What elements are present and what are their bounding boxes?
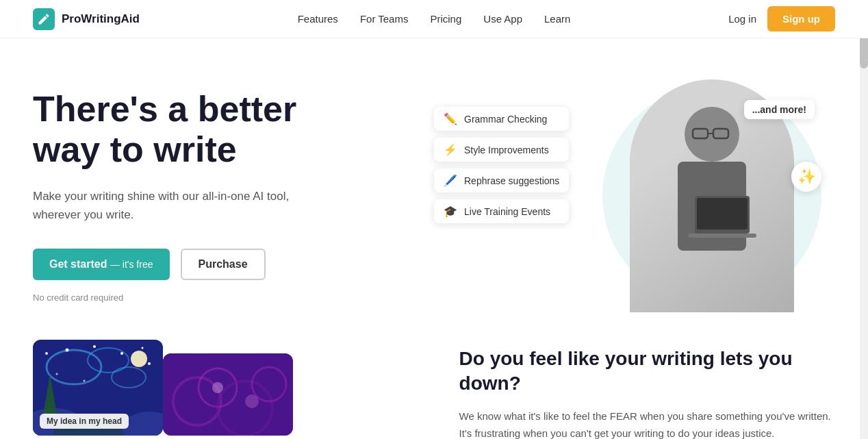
signup-button[interactable]: Sign up <box>767 6 835 32</box>
starry-night-card: My idea in my head <box>33 340 163 436</box>
nav-actions: Log in Sign up <box>728 6 835 32</box>
nav-learn[interactable]: Learn <box>544 13 570 25</box>
hero-buttons: Get started — it's free Purchase <box>33 249 407 280</box>
bottom-section: My idea in my head Do you feel like your… <box>0 340 868 439</box>
grammar-label: Grammar Checking <box>464 114 547 125</box>
rephrase-label: Rephrase suggestions <box>464 175 559 186</box>
nav-links: Features For Teams Pricing Use App Learn <box>298 13 571 25</box>
svg-point-20 <box>131 351 147 367</box>
purchase-button[interactable]: Purchase <box>181 249 266 280</box>
no-credit-text: No credit card required <box>33 292 407 303</box>
svg-point-14 <box>93 345 96 348</box>
feature-pills: ✏️ Grammar Checking ⚡ Style Improvements… <box>434 107 569 223</box>
bottom-images: My idea in my head <box>33 340 418 439</box>
hero-visual: ✏️ Grammar Checking ⚡ Style Improvements… <box>434 79 835 312</box>
nav-pricing[interactable]: Pricing <box>430 13 461 25</box>
bottom-description: We know what it's like to feel the FEAR … <box>459 407 835 439</box>
hero-title: There's a better way to write <box>33 89 407 171</box>
login-button[interactable]: Log in <box>728 13 756 25</box>
nav-features[interactable]: Features <box>298 13 338 25</box>
svg-point-15 <box>120 352 123 355</box>
brand-logo-icon <box>33 8 55 30</box>
svg-point-13 <box>66 349 69 352</box>
hero-subtitle: Make your writing shine with our all-in-… <box>33 187 320 224</box>
bottom-title: Do you feel like your writing lets you d… <box>459 347 835 397</box>
svg-rect-6 <box>697 198 748 229</box>
sparkle-icon: ✨ <box>797 168 816 186</box>
bottom-text: Do you feel like your writing lets you d… <box>459 340 835 439</box>
feature-pill-grammar: ✏️ Grammar Checking <box>434 107 569 131</box>
style-icon: ⚡ <box>444 143 457 156</box>
hero-section: There's a better way to write Make your … <box>0 38 868 340</box>
feature-pill-style: ⚡ Style Improvements <box>434 138 569 162</box>
brand-name: ProWritingAid <box>62 12 140 26</box>
sparkle-badge: ✨ <box>791 162 821 192</box>
svg-point-17 <box>148 362 151 365</box>
svg-rect-7 <box>688 234 756 238</box>
training-label: Live Training Events <box>464 206 550 217</box>
svg-rect-25 <box>163 353 293 436</box>
nav-use-app[interactable]: Use App <box>483 13 522 25</box>
svg-point-18 <box>56 373 58 375</box>
navbar: ProWritingAid Features For Teams Pricing… <box>0 0 868 38</box>
feature-pill-training: 🎓 Live Training Events <box>434 199 569 223</box>
more-badge: ...and more! <box>744 100 815 119</box>
grammar-icon: ✏️ <box>444 112 457 125</box>
svg-point-31 <box>245 394 259 408</box>
rephrase-icon: 🖊️ <box>444 174 457 187</box>
feature-pill-rephrase: 🖊️ Rephrase suggestions <box>434 168 569 192</box>
svg-point-12 <box>45 352 48 355</box>
hero-content: There's a better way to write Make your … <box>33 89 434 303</box>
my-idea-label: My idea in my head <box>40 414 129 429</box>
svg-point-19 <box>84 380 86 382</box>
brand-logo-link[interactable]: ProWritingAid <box>33 8 140 30</box>
svg-point-16 <box>142 347 144 349</box>
scrollbar-track <box>860 0 868 439</box>
training-icon: 🎓 <box>444 205 457 218</box>
page-wrapper: ProWritingAid Features For Teams Pricing… <box>0 0 868 439</box>
style-label: Style Improvements <box>464 145 549 155</box>
nav-for-teams[interactable]: For Teams <box>360 13 409 25</box>
abstract-card <box>163 353 293 436</box>
get-started-button[interactable]: Get started — it's free <box>33 249 170 280</box>
svg-point-30 <box>212 382 223 393</box>
